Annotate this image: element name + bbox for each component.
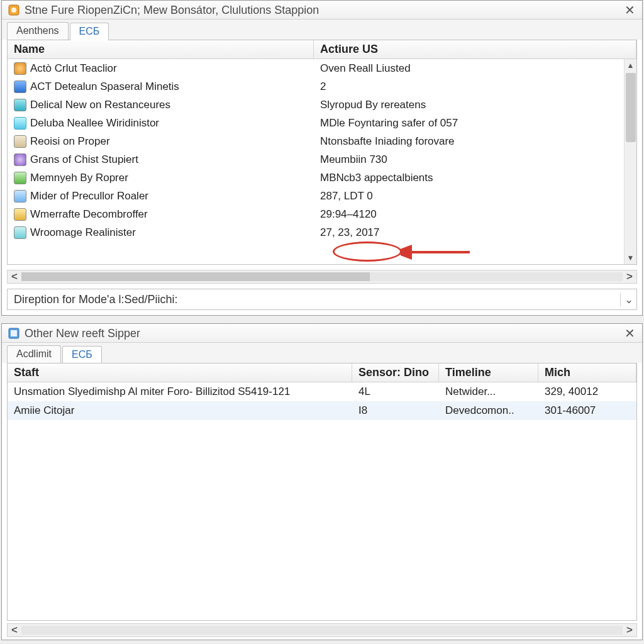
row-icon — [14, 208, 26, 221]
row-value: Oven Reall Liusted — [314, 62, 636, 75]
close-button[interactable]: ✕ — [617, 2, 642, 18]
col-value[interactable]: Actiure US — [314, 40, 636, 58]
row-name: Memnyeh By Roprer — [30, 172, 128, 184]
grid-header: Staft Sensor: Dino Timeline Mich — [8, 364, 636, 382]
row-icon — [14, 117, 26, 130]
row-value: 27, 23, 2017 — [314, 226, 636, 239]
app-icon — [7, 3, 21, 17]
col-mich[interactable]: Mich — [538, 364, 636, 382]
row-value: 2 — [314, 80, 636, 93]
other-window: Other New reeft Sipper ✕ Acdlimit ECБ St… — [1, 323, 643, 640]
scroll-left-icon[interactable]: < — [8, 270, 21, 283]
scroll-thumb[interactable] — [626, 73, 636, 142]
row-value: 29:94–4120 — [314, 208, 636, 221]
row-name: Reoisi on Proper — [30, 135, 110, 148]
cell-mich: 301-46007 — [538, 404, 636, 417]
col-name[interactable]: Name — [8, 40, 314, 58]
app-icon — [7, 326, 21, 340]
row-icon — [14, 190, 26, 203]
row-name: Grans of Chist Stupiert — [30, 153, 138, 166]
row-value: Slyropud By rereatens — [314, 99, 636, 111]
properties-window: Stne Fure RiopenZiCn; Mew Bonsátor, Clul… — [1, 0, 643, 316]
row-name: Delical New on Restanceures — [30, 99, 170, 111]
col-staft[interactable]: Staft — [8, 364, 352, 382]
table-row[interactable]: Actò Crlut TeacliorOven Reall Liusted — [8, 59, 636, 77]
tabstrip: Acdlimit ECБ — [2, 343, 642, 363]
close-button[interactable]: ✕ — [617, 325, 642, 341]
table-row[interactable]: Wroomage Realinister27, 23, 2017 — [8, 223, 636, 242]
row-value: MBNcb3 appectalbients — [314, 172, 636, 184]
row-name: Wmerrafte Decombroffer — [30, 208, 148, 221]
row-name: Actò Crlut Teaclior — [30, 62, 117, 75]
properties-grid-panel: Name Actiure US Actò Crlut TeacliorOven … — [7, 40, 637, 265]
data-grid-panel: Staft Sensor: Dino Timeline Mich Unsmati… — [7, 363, 637, 621]
grid-body: Actò Crlut TeacliorOven Reall LiustedACT… — [8, 59, 636, 264]
row-icon — [14, 226, 26, 239]
window-title: Stne Fure RiopenZiCn; Mew Bonsátor, Clul… — [25, 3, 617, 17]
scroll-track[interactable] — [21, 626, 623, 635]
row-value: Meumbiin 730 — [314, 153, 636, 166]
row-icon — [14, 80, 26, 93]
row-value: 287, LDT 0 — [314, 190, 636, 203]
scroll-left-icon[interactable]: < — [8, 624, 21, 636]
row-icon — [14, 62, 26, 75]
table-row[interactable]: Deluba Neallee WiridinistorMDle Foyntari… — [8, 114, 636, 132]
table-row[interactable]: Delical New on RestanceuresSlyropud By r… — [8, 96, 636, 114]
chevron-down-icon[interactable]: ⌄ — [620, 293, 636, 306]
table-row[interactable]: Amiie CitojarI8Devedcomon..301-46007 — [8, 401, 636, 420]
table-row[interactable]: Unsmation Slyedimishp Al miter Foro- Bil… — [8, 382, 636, 401]
tab-ecb[interactable]: ECБ — [62, 346, 102, 364]
row-icon — [14, 172, 26, 184]
annotation-arrow-icon — [401, 242, 476, 263]
row-icon — [14, 135, 26, 148]
cell-sensor: 4L — [352, 386, 439, 398]
description-text: Direption for Mode'a l:Sed/Piichi: — [8, 293, 620, 306]
titlebar: Stne Fure RiopenZiCn; Mew Bonsátor, Clul… — [2, 1, 642, 19]
scroll-right-icon[interactable]: > — [623, 270, 636, 283]
table-row[interactable]: ACT Detealun Spaseral Minetis2 — [8, 77, 636, 96]
cell-mich: 329, 40012 — [538, 386, 636, 398]
row-name: Wroomage Realinister — [30, 226, 136, 239]
table-row[interactable]: Wmerrafte Decombroffer29:94–4120 — [8, 205, 636, 223]
row-name: Mider of Precullor Roaler — [30, 190, 148, 203]
svg-rect-4 — [11, 330, 17, 336]
window-title: Other New reeft Sipper — [25, 326, 617, 340]
vertical-scrollbar[interactable]: ▲ ▼ — [624, 59, 636, 264]
row-value: MDle Foyntaring safer of 057 — [314, 117, 636, 130]
col-sensor[interactable]: Sensor: Dino — [352, 364, 439, 382]
tab-acdlimit[interactable]: Acdlimit — [7, 345, 61, 363]
cell-timeline: Devedcomon.. — [439, 404, 538, 417]
tabstrip: Aenthens ECБ — [2, 19, 642, 40]
scroll-right-icon[interactable]: > — [623, 624, 636, 636]
scroll-thumb-h[interactable] — [21, 272, 370, 281]
tab-ecb[interactable]: ECБ — [70, 23, 109, 40]
cell-staft: Amiie Citojar — [8, 404, 352, 417]
row-name: Deluba Neallee Wiridinistor — [30, 117, 159, 130]
scroll-track[interactable] — [21, 272, 623, 281]
cell-staft: Unsmation Slyedimishp Al miter Foro- Bil… — [8, 386, 352, 398]
table-row[interactable]: Memnyeh By RoprerMBNcb3 appectalbients — [8, 169, 636, 187]
cell-sensor: I8 — [352, 404, 439, 417]
description-combo[interactable]: Direption for Mode'a l:Sed/Piichi: ⌄ — [7, 289, 637, 310]
titlebar: Other New reeft Sipper ✕ — [2, 324, 642, 343]
row-icon — [14, 99, 26, 111]
tab-aenthens[interactable]: Aenthens — [7, 22, 69, 40]
row-name: ACT Detealun Spaseral Minetis — [30, 80, 179, 93]
table-row[interactable]: Reoisi on ProperNtonsbafte Iniading foro… — [8, 132, 636, 150]
col-timeline[interactable]: Timeline — [439, 364, 538, 382]
horizontal-scrollbar[interactable]: < > — [7, 270, 637, 284]
cell-timeline: Netwider... — [439, 386, 538, 398]
table-row[interactable]: Mider of Precullor Roaler287, LDT 0 — [8, 187, 636, 205]
annotation-circle — [333, 242, 402, 262]
row-icon — [14, 153, 26, 166]
grid-body: Unsmation Slyedimishp Al miter Foro- Bil… — [8, 382, 636, 620]
scroll-up-icon[interactable]: ▲ — [625, 59, 636, 72]
scroll-down-icon[interactable]: ▼ — [625, 252, 636, 264]
grid-header: Name Actiure US — [8, 40, 636, 59]
horizontal-scrollbar[interactable]: < > — [7, 623, 637, 637]
row-value: Ntonsbafte Iniading forovare — [314, 135, 636, 148]
svg-point-1 — [11, 8, 16, 13]
table-row[interactable]: Grans of Chist StupiertMeumbiin 730 — [8, 150, 636, 169]
